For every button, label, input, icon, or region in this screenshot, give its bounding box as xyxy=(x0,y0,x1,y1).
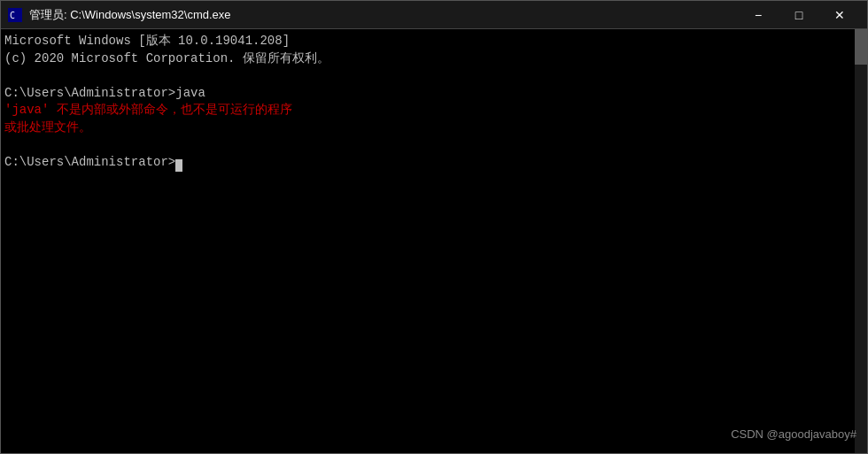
maximize-button[interactable]: □ xyxy=(779,1,819,29)
cursor xyxy=(175,159,182,172)
scrollbar[interactable] xyxy=(855,29,867,453)
title-bar: C 管理员: C:\Windows\system32\cmd.exe − □ ✕ xyxy=(1,1,867,29)
terminal-line xyxy=(4,137,864,155)
title-bar-controls: − □ ✕ xyxy=(738,1,860,29)
terminal-body[interactable]: Microsoft Windows [版本 10.0.19041.208] (c… xyxy=(1,29,867,453)
svg-text:C: C xyxy=(10,11,15,20)
terminal-line xyxy=(4,67,864,85)
close-button[interactable]: ✕ xyxy=(819,1,860,29)
terminal-line-error-1: 'java' 不是内部或外部命令，也不是可运行的程序 xyxy=(4,102,864,119)
terminal-line-error-2: 或批处理文件。 xyxy=(4,119,864,137)
title-bar-left: C 管理员: C:\Windows\system32\cmd.exe xyxy=(8,7,231,23)
cmd-icon: C xyxy=(8,8,22,22)
watermark: CSDN @agoodjavaboy# xyxy=(731,427,856,442)
scrollbar-thumb[interactable] xyxy=(855,29,867,65)
title-bar-title: 管理员: C:\Windows\system32\cmd.exe xyxy=(29,7,231,23)
minimize-button[interactable]: − xyxy=(738,1,779,29)
terminal-line: (c) 2020 Microsoft Corporation. 保留所有权利。 xyxy=(4,50,864,68)
terminal-line: C:\Users\Administrator>java xyxy=(4,85,864,103)
terminal-prompt: C:\Users\Administrator> xyxy=(4,154,864,172)
terminal-line: Microsoft Windows [版本 10.0.19041.208] xyxy=(4,33,864,50)
cmd-window: C 管理员: C:\Windows\system32\cmd.exe − □ ✕… xyxy=(0,0,868,454)
